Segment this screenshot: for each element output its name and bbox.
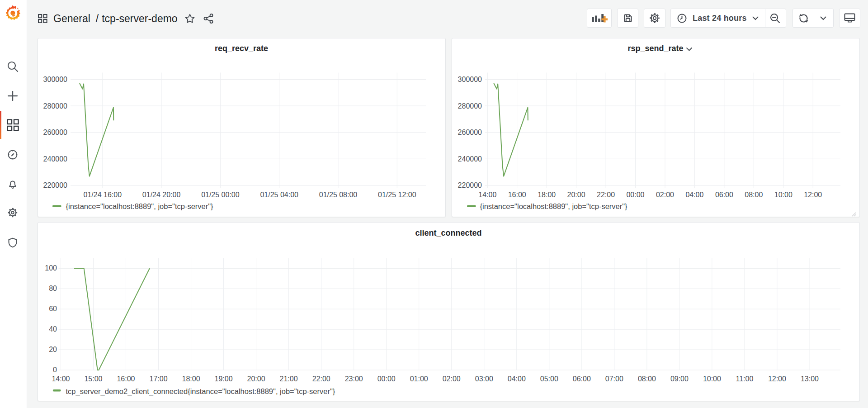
svg-text:10:00: 10:00 (774, 191, 793, 199)
svg-text:14:00: 14:00 (478, 191, 496, 199)
svg-text:06:00: 06:00 (715, 191, 733, 199)
svg-text:100: 100 (45, 264, 57, 272)
svg-text:{instance="localhost:8889", jo: {instance="localhost:8889", job="tcp-ser… (66, 202, 214, 210)
svg-text:00:00: 00:00 (626, 191, 644, 199)
svg-text:21:00: 21:00 (280, 375, 298, 383)
svg-text:05:00: 05:00 (540, 375, 558, 383)
svg-text:20: 20 (49, 346, 57, 353)
svg-text:01/25 08:00: 01/25 08:00 (319, 191, 358, 199)
svg-text:260000: 260000 (43, 128, 67, 136)
svg-text:18:00: 18:00 (182, 375, 200, 383)
svg-text:14:00: 14:00 (52, 375, 70, 383)
svg-text:12:00: 12:00 (804, 191, 822, 199)
svg-text:300000: 300000 (458, 76, 482, 83)
svg-text:08:00: 08:00 (745, 191, 763, 199)
svg-text:08:00: 08:00 (638, 375, 656, 383)
svg-text:04:00: 04:00 (508, 375, 526, 383)
svg-text:16:00: 16:00 (117, 375, 135, 383)
svg-text:240000: 240000 (43, 155, 67, 163)
svg-text:40: 40 (49, 325, 57, 333)
svg-text:01/24 16:00: 01/24 16:00 (84, 191, 122, 199)
svg-text:20:00: 20:00 (567, 191, 585, 199)
svg-text:req_recv_rate: req_recv_rate (215, 44, 268, 53)
svg-text:rsp_send_rate: rsp_send_rate (627, 44, 683, 53)
svg-text:01/25 00:00: 01/25 00:00 (201, 191, 240, 199)
svg-text:23:00: 23:00 (345, 375, 363, 383)
svg-text:03:00: 03:00 (475, 375, 493, 383)
svg-text:04:00: 04:00 (685, 191, 703, 199)
svg-text:06:00: 06:00 (573, 375, 591, 383)
svg-text:10:00: 10:00 (703, 375, 721, 383)
svg-text:260000: 260000 (458, 128, 482, 136)
svg-text:15:00: 15:00 (84, 375, 102, 383)
svg-text:300000: 300000 (43, 76, 67, 83)
svg-text:12:00: 12:00 (768, 375, 786, 383)
svg-text:tcp_server_demo2_client_connec: tcp_server_demo2_client_connected{instan… (66, 387, 335, 396)
svg-text:18:00: 18:00 (538, 191, 556, 199)
svg-text:17:00: 17:00 (150, 375, 168, 383)
svg-text:{instance="localhost:8889", jo: {instance="localhost:8889", job="tcp-ser… (480, 202, 628, 210)
svg-text:220000: 220000 (43, 181, 67, 189)
svg-text:client_connected: client_connected (415, 228, 481, 237)
svg-text:13:00: 13:00 (801, 375, 819, 383)
svg-text:20:00: 20:00 (247, 375, 265, 383)
svg-text:22:00: 22:00 (312, 375, 330, 383)
svg-text:60: 60 (49, 305, 57, 313)
svg-text:00:00: 00:00 (377, 375, 396, 383)
svg-text:09:00: 09:00 (670, 375, 689, 383)
svg-text:0: 0 (53, 366, 57, 374)
svg-text:16:00: 16:00 (508, 191, 526, 199)
svg-text:01/25 12:00: 01/25 12:00 (378, 191, 416, 199)
svg-text:01/24 20:00: 01/24 20:00 (142, 191, 181, 199)
svg-text:19:00: 19:00 (215, 375, 233, 383)
svg-text:11:00: 11:00 (736, 375, 753, 383)
svg-text:01/25 04:00: 01/25 04:00 (260, 191, 298, 199)
svg-text:80: 80 (49, 285, 57, 292)
svg-text:02:00: 02:00 (656, 191, 674, 199)
svg-text:220000: 220000 (458, 181, 482, 189)
svg-text:02:00: 02:00 (443, 375, 461, 383)
svg-text:22:00: 22:00 (597, 191, 615, 199)
svg-text:01:00: 01:00 (410, 375, 428, 383)
svg-text:240000: 240000 (458, 155, 482, 163)
svg-text:07:00: 07:00 (605, 375, 623, 383)
svg-text:280000: 280000 (458, 102, 482, 110)
svg-text:280000: 280000 (43, 102, 67, 110)
